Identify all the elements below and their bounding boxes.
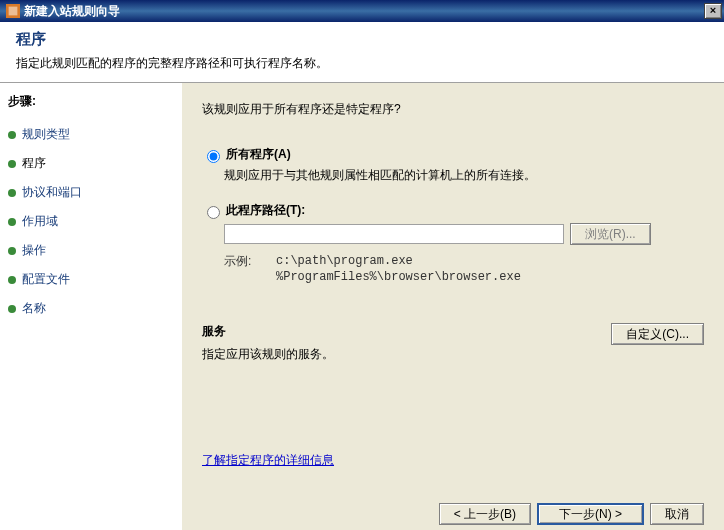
- step-label: 作用域: [22, 213, 58, 230]
- page-title: 程序: [16, 30, 708, 49]
- content-pane: 该规则应用于所有程序还是特定程序? 所有程序(A) 规则应用于与其他规则属性相匹…: [182, 83, 724, 530]
- step-program[interactable]: 程序: [8, 149, 174, 178]
- steps-label: 步骤:: [8, 93, 174, 110]
- option-all-desc: 规则应用于与其他规则属性相匹配的计算机上的所有连接。: [224, 167, 704, 184]
- bullet-icon: [8, 276, 16, 284]
- bullet-icon: [8, 247, 16, 255]
- wizard-footer: < 上一步(B) 下一步(N) > 取消: [439, 503, 704, 525]
- close-button[interactable]: ×: [704, 3, 722, 19]
- learn-more-link[interactable]: 了解指定程序的详细信息: [202, 452, 334, 469]
- bullet-icon: [8, 189, 16, 197]
- bullet-icon: [8, 160, 16, 168]
- option-all-programs[interactable]: 所有程序(A): [202, 146, 704, 163]
- cancel-button[interactable]: 取消: [650, 503, 704, 525]
- bullet-icon: [8, 305, 16, 313]
- example-label: 示例:: [224, 253, 276, 285]
- step-label: 名称: [22, 300, 46, 317]
- step-label: 程序: [22, 155, 46, 172]
- step-label: 规则类型: [22, 126, 70, 143]
- step-protocol-port[interactable]: 协议和端口: [8, 178, 174, 207]
- step-profile[interactable]: 配置文件: [8, 265, 174, 294]
- radio-program-path[interactable]: [207, 206, 220, 219]
- step-rule-type[interactable]: 规则类型: [8, 120, 174, 149]
- bullet-icon: [8, 218, 16, 226]
- next-button[interactable]: 下一步(N) >: [537, 503, 644, 525]
- option-path-label: 此程序路径(T):: [226, 202, 305, 219]
- header: 程序 指定此规则匹配的程序的完整程序路径和可执行程序名称。: [0, 22, 724, 83]
- step-label: 协议和端口: [22, 184, 82, 201]
- example-text: c:\path\program.exe %ProgramFiles%\brows…: [276, 253, 521, 285]
- bullet-icon: [8, 131, 16, 139]
- option-program-path[interactable]: 此程序路径(T):: [202, 202, 704, 219]
- back-button[interactable]: < 上一步(B): [439, 503, 531, 525]
- step-name[interactable]: 名称: [8, 294, 174, 323]
- customize-button[interactable]: 自定义(C)...: [611, 323, 704, 345]
- window-title: 新建入站规则向导: [24, 0, 120, 22]
- services-desc: 指定应用该规则的服务。: [202, 346, 595, 363]
- step-scope[interactable]: 作用域: [8, 207, 174, 236]
- step-action[interactable]: 操作: [8, 236, 174, 265]
- titlebar: 新建入站规则向导 ×: [0, 0, 724, 22]
- program-path-input[interactable]: [224, 224, 564, 244]
- steps-sidebar: 步骤: 规则类型 程序 协议和端口 作用域 操作 配置文件 名称: [0, 83, 182, 530]
- app-icon: [6, 4, 20, 18]
- option-all-label: 所有程序(A): [226, 146, 291, 163]
- page-subtitle: 指定此规则匹配的程序的完整程序路径和可执行程序名称。: [16, 55, 708, 72]
- browse-button[interactable]: 浏览(R)...: [570, 223, 651, 245]
- step-label: 配置文件: [22, 271, 70, 288]
- question-text: 该规则应用于所有程序还是特定程序?: [202, 101, 704, 118]
- services-title: 服务: [202, 323, 595, 340]
- radio-all-programs[interactable]: [207, 150, 220, 163]
- step-label: 操作: [22, 242, 46, 259]
